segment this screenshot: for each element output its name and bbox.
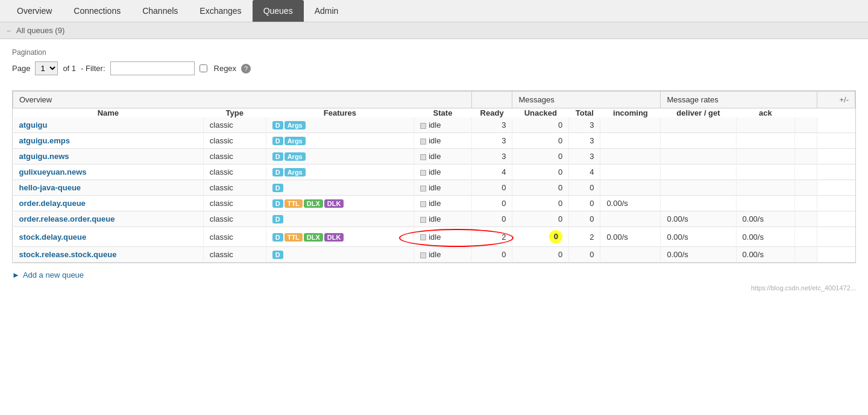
queue-ready: 3 xyxy=(471,117,512,133)
queue-ack xyxy=(736,117,795,133)
queue-features: D xyxy=(266,247,414,263)
tab-admin[interactable]: Admin xyxy=(304,0,350,22)
queue-deliver-get xyxy=(661,196,736,211)
queue-total: 0 xyxy=(569,211,600,227)
page-label: Page xyxy=(12,64,30,73)
queue-incoming xyxy=(600,180,661,196)
section-arrow: ← xyxy=(6,27,13,34)
table-row[interactable]: atguigu.empsclassicDArgsidle303 xyxy=(13,133,855,149)
queues-table: Overview Messages Message rates +/- Name… xyxy=(13,91,855,263)
col-unacked: Unacked xyxy=(512,108,569,118)
of-label: of 1 xyxy=(63,64,76,73)
queue-deliver-get xyxy=(661,117,736,133)
tab-exchanges[interactable]: Exchanges xyxy=(189,0,252,22)
queue-deliver-get xyxy=(661,180,736,196)
queue-name[interactable]: gulixueyuan.news xyxy=(13,164,204,180)
state-icon xyxy=(420,186,426,192)
queue-deliver-get: 0.00/s xyxy=(661,247,736,263)
queue-incoming xyxy=(600,133,661,149)
queue-extra xyxy=(795,149,817,164)
filter-input[interactable] xyxy=(110,61,195,75)
table-row[interactable]: order.release.order.queueclassicDidle000… xyxy=(13,211,855,227)
tab-queues[interactable]: Queues xyxy=(253,0,304,22)
col-incoming: incoming xyxy=(600,108,661,118)
table-row[interactable]: order.delay.queueclassicDTTLDLXDLKidle00… xyxy=(13,196,855,211)
queue-state: idle xyxy=(414,196,472,211)
section-header: ← All queues (9) xyxy=(0,22,868,39)
col-features: Features xyxy=(266,108,414,118)
queue-features: DArgs xyxy=(266,117,414,133)
filter-label: - Filter: xyxy=(81,64,105,73)
highlight-dot: 0 xyxy=(549,230,562,243)
group-messages: Messages xyxy=(512,92,661,108)
queue-ready: 3 xyxy=(471,149,512,164)
queue-ack xyxy=(736,149,795,164)
col-name: Name xyxy=(13,108,204,118)
queue-ack xyxy=(736,164,795,180)
queue-type: classic xyxy=(203,133,266,149)
queue-state: idle xyxy=(414,133,472,149)
queue-features: DTTLDLXDLK xyxy=(266,196,414,211)
queue-ready: 4 xyxy=(471,164,512,180)
queue-extra xyxy=(795,164,817,180)
page-select[interactable]: 1 xyxy=(35,61,58,75)
table-row[interactable]: atguigu.newsclassicDArgsidle303 xyxy=(13,149,855,164)
queue-name[interactable]: hello-java-queue xyxy=(13,180,204,196)
queue-unacked: 0 xyxy=(512,196,569,211)
queue-features: DTTLDLXDLK xyxy=(266,227,414,247)
state-icon xyxy=(420,234,426,240)
queue-name[interactable]: atguigu.emps xyxy=(13,133,204,149)
col-type: Type xyxy=(203,108,266,118)
queue-ready: 3 xyxy=(471,133,512,149)
queue-name[interactable]: order.release.order.queue xyxy=(13,211,204,227)
queue-extra xyxy=(795,211,817,227)
help-button[interactable]: ? xyxy=(241,64,251,73)
queue-ack: 0.00/s xyxy=(736,227,795,247)
queue-total: 0 xyxy=(569,196,600,211)
queue-ready: 0 xyxy=(471,180,512,196)
queue-deliver-get: 0.00/s xyxy=(661,211,736,227)
group-overview: Overview xyxy=(13,92,472,108)
tab-channels[interactable]: Channels xyxy=(131,0,189,22)
queue-ack: 0.00/s xyxy=(736,211,795,227)
pagination-row: Page 1 of 1 - Filter: Regex ? xyxy=(12,61,856,75)
table-row[interactable]: gulixueyuan.newsclassicDArgsidle404 xyxy=(13,164,855,180)
queue-name[interactable]: stock.release.stock.queue xyxy=(13,247,204,263)
queue-state: idle xyxy=(414,227,472,247)
table-row[interactable]: atguiguclassicDArgsidle303 xyxy=(13,117,855,133)
group-header-row: Overview Messages Message rates +/- xyxy=(13,92,855,108)
table-row[interactable]: stock.delay.queueclassicDTTLDLXDLKidle20… xyxy=(13,227,855,247)
queue-name[interactable]: atguigu xyxy=(13,117,204,133)
table-wrapper: Overview Messages Message rates +/- Name… xyxy=(12,90,856,263)
queue-type: classic xyxy=(203,211,266,227)
queue-extra xyxy=(795,180,817,196)
queue-extra xyxy=(795,227,817,247)
state-icon xyxy=(420,123,426,129)
queue-name[interactable]: order.delay.queue xyxy=(13,196,204,211)
col-ready: Ready xyxy=(471,108,512,118)
tab-overview[interactable]: Overview xyxy=(6,0,63,22)
col-header-row: Name Type Features State Ready Unacked T… xyxy=(13,108,855,118)
queue-name[interactable]: stock.delay.queue xyxy=(13,227,204,247)
queue-ack xyxy=(736,180,795,196)
queue-state: idle xyxy=(414,180,472,196)
queue-extra xyxy=(795,247,817,263)
add-queue-section[interactable]: ► Add a new queue xyxy=(12,263,856,282)
queue-incoming xyxy=(600,211,661,227)
queue-state: idle xyxy=(414,149,472,164)
regex-label: Regex xyxy=(214,64,237,73)
tab-connections[interactable]: Connections xyxy=(63,0,131,22)
queue-total: 3 xyxy=(569,149,600,164)
queue-unacked: 0 xyxy=(512,247,569,263)
col-deliver-get: deliver / get xyxy=(661,108,736,118)
queue-deliver-get xyxy=(661,133,736,149)
queue-total: 2 xyxy=(569,227,600,247)
regex-checkbox[interactable] xyxy=(200,64,207,72)
queue-type: classic xyxy=(203,196,266,211)
table-row[interactable]: stock.release.stock.queueclassicDidle000… xyxy=(13,247,855,263)
state-icon xyxy=(420,170,426,176)
queue-name[interactable]: atguigu.news xyxy=(13,149,204,164)
queue-ready: 2 xyxy=(471,227,512,247)
queue-state: idle xyxy=(414,117,472,133)
table-row[interactable]: hello-java-queueclassicDidle000 xyxy=(13,180,855,196)
